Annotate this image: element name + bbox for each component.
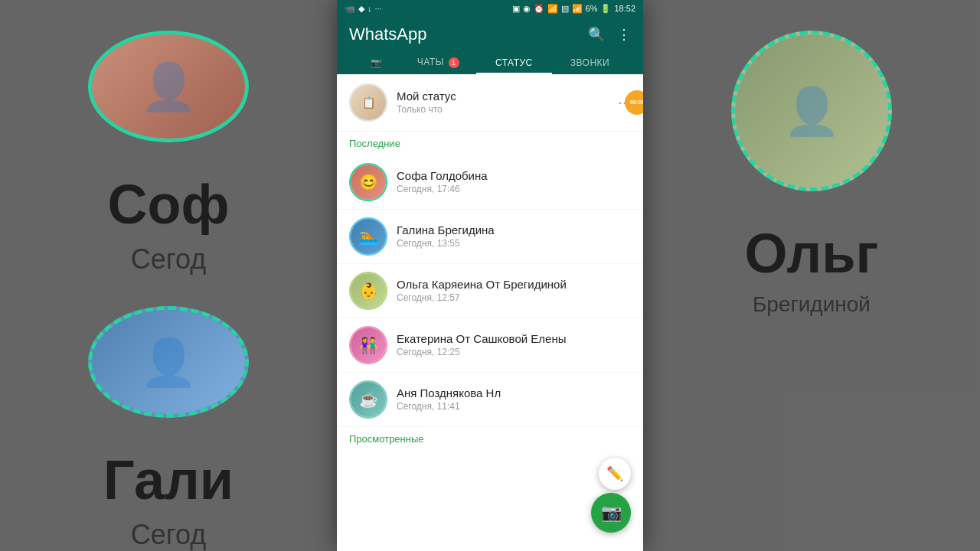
edit-icon: ✏️ [606, 465, 623, 482]
bg-name-2: Гали [103, 448, 234, 511]
contact-time-3: Сегодня, 12:57 [397, 292, 631, 303]
camera-fab-button[interactable]: 📷 [591, 493, 631, 533]
phone-frame: 📹 ◆ ↓ ··· ▣ ◉ ⏰ 📶 ▤ 📶 6% 🔋 18:52 WhatsAp… [337, 0, 643, 551]
contact-time-4: Сегодня, 12:25 [397, 347, 631, 357]
battery-icon: 🔋 [600, 4, 611, 14]
right-bg-panel: 👤 Ольг Брегидиной [643, 0, 980, 551]
wifi-download-icon: ↓ [368, 4, 372, 13]
location-icon: ◉ [523, 4, 531, 14]
contact-info-2: Галина Брегидина Сегодня, 13:55 [397, 223, 631, 249]
contact-name-3: Ольга Каряеина От Брегидиной [397, 278, 631, 291]
contact-name-4: Екатерина От Сашковой Елены [397, 332, 631, 345]
status-tab-label: СТАТУС [495, 57, 533, 68]
battery-percent: 6% [586, 4, 598, 13]
contact-avatar-4: 👫 [349, 326, 387, 364]
bg-text-3: Ольг Брегидиной [744, 222, 878, 317]
tab-chats[interactable]: ЧАТЫ 1 [400, 51, 476, 74]
contact-time-1: Сегодня, 17:46 [397, 184, 631, 194]
time-display: 18:52 [614, 4, 635, 13]
bg-avatar-3: 👤 [731, 31, 892, 191]
my-status-avatar: 📋 [349, 83, 387, 122]
contact-info-3: Ольга Каряеина От Брегидиной Сегодня, 12… [397, 278, 631, 303]
edit-fab-button[interactable]: ✏️ [599, 458, 631, 490]
my-status-info: Мой статус Только что [397, 90, 618, 115]
chats-badge: 1 [449, 57, 459, 68]
contact-time-5: Сегодня, 11:41 [397, 401, 631, 412]
status-bar: 📹 ◆ ↓ ··· ▣ ◉ ⏰ 📶 ▤ 📶 6% 🔋 18:52 [337, 0, 643, 17]
record-button[interactable]: 00:05 [625, 90, 643, 115]
status-bar-left: 📹 ◆ ↓ ··· [345, 4, 382, 14]
recent-section-label: Последние [337, 132, 643, 155]
bg-name-3: Ольг [744, 222, 878, 285]
bg-sub-3: Брегидиной [753, 292, 871, 317]
contact-item-5[interactable]: ☕ Аня Позднякова Нл Сегодня, 11:41 [337, 373, 643, 427]
contact-avatar-1: 😊 [349, 163, 387, 201]
tab-status[interactable]: СТАТУС [476, 51, 552, 74]
bg-sub-1: Сегод [131, 243, 207, 276]
my-status-name: Мой статус [397, 90, 618, 103]
record-label: 00:05 [630, 99, 643, 105]
bg-sub-2: Сегод [131, 519, 207, 551]
my-status-item[interactable]: 📋 Мой статус Только что ··· 00:05 [337, 74, 643, 132]
header-row: WhatsApp 🔍 ⋮ [349, 24, 631, 51]
camera-fab-icon: 📷 [601, 503, 622, 523]
contact-item-2[interactable]: 🏊 Галина Брегидина Сегодня, 13:55 [337, 210, 643, 264]
camera-tab-icon: 📷 [371, 57, 383, 68]
viewed-section-label: Просмотренные [337, 427, 643, 451]
contact-time-2: Сегодня, 13:55 [397, 238, 631, 249]
contact-item-3[interactable]: 👶 Ольга Каряеина От Брегидиной Сегодня, … [337, 264, 643, 318]
phone-icon-status: ◆ [358, 4, 364, 14]
bg-text-1: Соф Сегод [108, 173, 230, 276]
sim-icon: ▤ [561, 4, 569, 14]
bg-avatar-1: 👤 [88, 31, 249, 142]
bg-text-2: Гали Сегод [103, 448, 234, 551]
contact-info-4: Екатерина От Сашковой Елены Сегодня, 12:… [397, 332, 631, 357]
contact-name-1: Софа Голдобина [397, 169, 631, 182]
chats-tab-label: ЧАТЫ [417, 57, 444, 67]
contact-name-2: Галина Брегидина [397, 223, 631, 236]
my-status-time: Только что [397, 104, 618, 115]
contact-item-4[interactable]: 👫 Екатерина От Сашковой Елены Сегодня, 1… [337, 318, 643, 373]
search-icon[interactable]: 🔍 [588, 26, 605, 43]
bg-name-1: Соф [108, 173, 230, 236]
contact-avatar-3: 👶 [349, 272, 387, 310]
contact-name-5: Аня Позднякова Нл [397, 386, 631, 399]
contact-info-1: Софа Голдобина Сегодня, 17:46 [397, 169, 631, 194]
wifi-icon: 📶 [547, 4, 558, 14]
app-header: WhatsApp 🔍 ⋮ 📷 ЧАТЫ 1 СТАТУС ЗВОНКИ [337, 17, 643, 74]
app-title: WhatsApp [349, 24, 427, 44]
content-area: 📋 Мой статус Только что ··· 00:05 Послед… [337, 74, 643, 551]
left-bg-panel: 👤 Соф Сегод 👤 Гали Сегод [0, 0, 337, 551]
signal-icon: 📶 [572, 4, 583, 14]
tab-calls[interactable]: ЗВОНКИ [552, 51, 628, 74]
dots-status: ··· [375, 4, 382, 13]
tab-camera[interactable]: 📷 [352, 51, 400, 74]
contact-avatar-5: ☕ [349, 380, 387, 419]
camera-icon-status: 📹 [345, 4, 355, 14]
contact-avatar-2: 🏊 [349, 217, 387, 256]
alarm-icon: ⏰ [534, 4, 544, 14]
status-bar-right: ▣ ◉ ⏰ 📶 ▤ 📶 6% 🔋 18:52 [512, 4, 635, 14]
menu-icon[interactable]: ⋮ [617, 26, 631, 43]
header-icons: 🔍 ⋮ [588, 26, 631, 43]
contact-info-5: Аня Позднякова Нл Сегодня, 11:41 [397, 386, 631, 412]
calls-tab-label: ЗВОНКИ [570, 57, 609, 68]
cast-icon: ▣ [512, 4, 520, 14]
bg-avatar-2: 👤 [88, 306, 249, 418]
tabs-bar: 📷 ЧАТЫ 1 СТАТУС ЗВОНКИ [349, 51, 631, 74]
contact-item-1[interactable]: 😊 Софа Голдобина Сегодня, 17:46 [337, 155, 643, 210]
